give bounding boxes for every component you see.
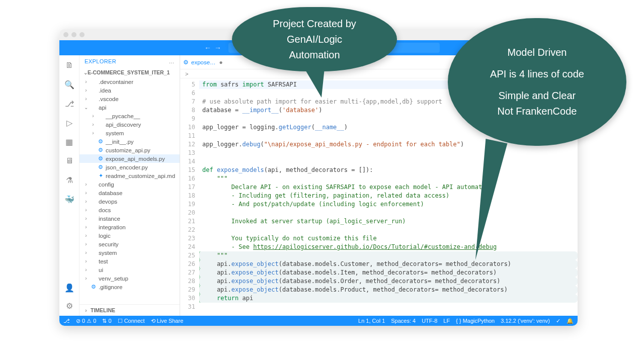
status-problems[interactable]: ⊘ 0 ⚠ 0 xyxy=(76,318,96,324)
tree-folder[interactable]: ›logic xyxy=(79,231,180,240)
tree-folder[interactable]: ›system xyxy=(79,248,180,257)
scm-icon[interactable]: ⎇ xyxy=(64,99,74,109)
callout-left-line-1: Project Created by xyxy=(273,17,356,31)
extensions-icon[interactable]: ▦ xyxy=(64,137,74,147)
max-dot[interactable] xyxy=(79,32,85,37)
callout-left-line-2: GenAI/Logic xyxy=(273,33,356,46)
status-encoding[interactable]: UTF-8 xyxy=(422,318,437,324)
file-tree[interactable]: ›.devcontainer›.idea›.vscode⌄api›__pycac… xyxy=(79,77,180,304)
tree-folder[interactable]: ›devops xyxy=(79,197,180,206)
tree-folder[interactable]: ›docs xyxy=(79,206,180,214)
python-file-icon: ⚙ xyxy=(183,59,189,66)
line-gutter: 5678910111213141516171819202122232425262… xyxy=(180,78,199,316)
tree-folder[interactable]: ›.vscode xyxy=(79,95,180,103)
status-language[interactable]: { } MagicPython xyxy=(456,318,495,324)
status-python[interactable]: 3.12.2 ('venv': venv) xyxy=(501,318,550,324)
tree-folder[interactable]: ›test xyxy=(79,257,180,265)
status-remote[interactable]: ⎇ xyxy=(63,318,70,324)
tree-folder[interactable]: ›venv_setup xyxy=(79,274,180,283)
tree-folder[interactable]: ›database xyxy=(79,189,180,197)
tree-folder[interactable]: ⌄api xyxy=(79,103,180,112)
explorer-icon[interactable]: 🗎 xyxy=(64,60,74,70)
tab-label: expose… xyxy=(191,59,216,65)
callout-left-line-3: Automation xyxy=(273,48,356,62)
timeline-section[interactable]: ›TIMELINE xyxy=(79,304,180,316)
workspace-name[interactable]: ⌄E-COMMERCE_SYSTEM_ITER_1 xyxy=(79,67,180,77)
sidebar-more-icon[interactable]: … xyxy=(169,58,175,64)
search-icon[interactable]: 🔍 xyxy=(64,79,74,89)
tree-file[interactable]: ⚙__init__.py xyxy=(79,137,180,146)
status-liveshare[interactable]: ⟲ Live Share xyxy=(151,318,184,324)
tree-folder[interactable]: ›system xyxy=(79,129,180,137)
status-spaces[interactable]: Spaces: 4 xyxy=(391,318,416,324)
nav-back-icon[interactable]: ← xyxy=(204,44,211,52)
tree-folder[interactable]: ›instance xyxy=(79,214,180,223)
account-icon[interactable]: 👤 xyxy=(64,283,74,293)
tab-dirty-icon: ● xyxy=(219,59,223,66)
sidebar-title: EXPLORER xyxy=(85,58,116,64)
tree-file[interactable]: ⚙json_encoder.py xyxy=(79,163,180,171)
tree-file[interactable]: ⚙customize_api.py xyxy=(79,146,180,154)
remote-icon[interactable]: 🖥 xyxy=(64,156,74,166)
callout-right-line-4: Not FrankenCode xyxy=(490,105,584,118)
gear-icon[interactable]: ⚙ xyxy=(64,301,74,311)
tree-folder[interactable]: ›config xyxy=(79,180,180,189)
status-connect[interactable]: ☐ Connect xyxy=(118,318,145,324)
tree-folder[interactable]: ›.devcontainer xyxy=(79,77,180,86)
callout-project-created: Project Created by GenAI/Logic Automatio… xyxy=(232,7,397,71)
tree-folder[interactable]: ›integration xyxy=(79,223,180,231)
min-dot[interactable] xyxy=(71,32,76,37)
nav-fwd-icon[interactable]: → xyxy=(214,44,221,52)
status-cursor[interactable]: Ln 1, Col 1 xyxy=(358,318,385,324)
callout-model-driven: Model Driven API is 4 lines of code Simp… xyxy=(448,18,626,146)
tree-folder[interactable]: ›.idea xyxy=(79,86,180,95)
tree-file[interactable]: ⚙.gitignore xyxy=(79,283,180,291)
testing-icon[interactable]: ⚗ xyxy=(64,175,74,185)
close-dot[interactable] xyxy=(63,32,68,37)
status-ports[interactable]: ⇅ 0 xyxy=(102,318,111,324)
explorer-sidebar: EXPLORER … ⌄E-COMMERCE_SYSTEM_ITER_1 ›.d… xyxy=(79,55,180,316)
callout-right-line-3: Simple and Clear xyxy=(490,89,584,103)
tree-folder[interactable]: ›api_discovery xyxy=(79,120,180,129)
tree-folder[interactable]: ›security xyxy=(79,240,180,248)
window-controls[interactable] xyxy=(63,32,85,37)
status-bell-icon[interactable]: 🔔 xyxy=(567,318,574,324)
callout-right-line-2: API is 4 lines of code xyxy=(490,67,584,81)
activity-bar: 🗎 🔍 ⎇ ▷ ▦ 🖥 ⚗ 🐳 👤 ⚙ xyxy=(59,55,79,316)
status-eol[interactable]: LF xyxy=(443,318,450,324)
status-bar: ⎇ ⊘ 0 ⚠ 0 ⇅ 0 ☐ Connect ⟲ Live Share Ln … xyxy=(59,316,578,326)
status-check-icon[interactable]: ✓ xyxy=(556,318,560,324)
tree-folder[interactable]: ›ui xyxy=(79,265,180,274)
docker-icon[interactable]: 🐳 xyxy=(64,194,74,204)
tree-file[interactable]: ✦readme_customize_api.md xyxy=(79,171,180,180)
tree-folder[interactable]: ›__pycache__ xyxy=(79,112,180,120)
run-icon[interactable]: ▷ xyxy=(64,118,74,128)
callout-right-line-1: Model Driven xyxy=(490,46,584,59)
tab-expose-api-models[interactable]: ⚙ expose… ● xyxy=(183,59,223,66)
tree-file[interactable]: ⚙expose_api_models.py xyxy=(79,154,180,163)
